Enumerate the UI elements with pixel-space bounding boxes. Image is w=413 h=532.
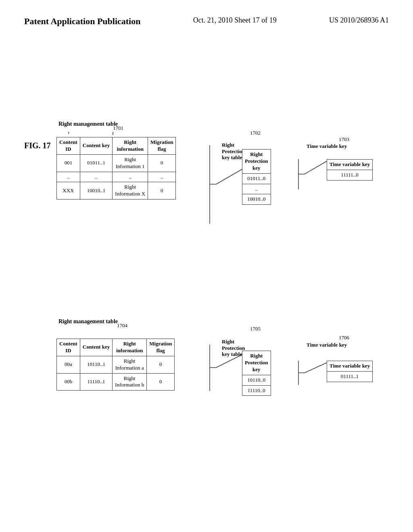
table3-id: 1703 [339, 136, 349, 143]
col-tvk-b: Time variable key [327, 361, 373, 372]
patent-number: US 2010/268936 A1 [329, 16, 389, 25]
svg-line-13 [305, 363, 327, 373]
table-row: .. [242, 184, 271, 194]
publication-title: Patent Application Publication [24, 16, 140, 27]
col-migration-flag: Migrationflag [148, 137, 176, 155]
col-rpk: RightProtectionkey [242, 150, 271, 174]
svg-line-4 [216, 169, 242, 184]
table-row: 00101011..1RightInformation 10 [57, 154, 176, 172]
table1-label: Right management table [58, 121, 118, 128]
col-rpk-b: RightProtectionkey [242, 351, 271, 375]
col-content-key-b: Content key [80, 339, 113, 356]
table3-label: Time variable key [307, 143, 347, 150]
table4-label: Right management table [58, 318, 118, 325]
table4-id: 1704 [117, 322, 127, 329]
col-right-info: Rightinformation [113, 137, 148, 155]
table-row: 11111..0 [327, 170, 373, 180]
col-content-id: ContentID [57, 137, 80, 155]
table2-id: 1702 [250, 130, 261, 137]
publication-info: Oct. 21, 2010 Sheet 17 of 19 [193, 16, 277, 25]
table-row: 11110..0 [242, 385, 271, 396]
table-1706: Time variable key 01111..1 [327, 361, 373, 382]
table-1705: RightProtectionkey 10110..0 11110..0 [242, 351, 271, 396]
table-1701: ContentID Content key Rightinformation M… [56, 137, 176, 200]
col-right-info-b: Rightinformation [113, 339, 147, 356]
table2-label: RightProtectionkey table [222, 142, 245, 161]
table-1703: Time variable key 11111..0 [327, 159, 373, 181]
col-migration-flag-b: Migrationflag [147, 339, 175, 356]
table-row: 10010..0 [242, 194, 271, 205]
table6-label: Time variable key [307, 342, 347, 348]
col-content-key: Content key [80, 137, 113, 155]
table-row: XXX10010..1RightInformation X0 [57, 182, 176, 200]
table5-id: 1705 [250, 326, 261, 332]
table-1702: RightProtectionkey 01011..0 .. 10010..0 [242, 149, 271, 205]
diagram-lines [24, 64, 395, 508]
table6-id: 1706 [339, 335, 349, 341]
table-row: 01111..1 [327, 371, 373, 382]
svg-line-7 [305, 161, 327, 174]
table-row: 00a10110..1RightInformation a0 [57, 356, 175, 373]
table1-id: 1701 [113, 125, 123, 132]
col-tvk: Time variable key [327, 160, 373, 170]
table-row: 00b11110..1RightInformation b0 [57, 373, 175, 391]
col-content-id-b: ContentID [57, 339, 80, 356]
table-row: 10110..0 [242, 375, 271, 385]
table-row: ........ [57, 172, 176, 182]
table5-label: RightProtectionkey table [222, 339, 245, 357]
diagram-area: Right management table 1701 ContentID Co… [24, 64, 395, 508]
table-1704: ContentID Content key Rightinformation M… [56, 339, 175, 391]
table-row: 01011..0 [242, 173, 271, 184]
